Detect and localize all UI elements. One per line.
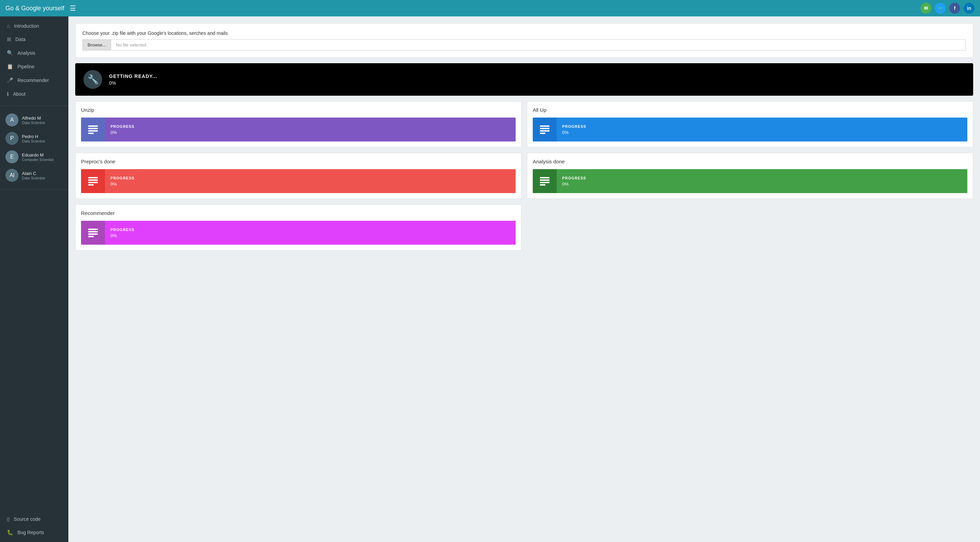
progress-value-all-up: 0% xyxy=(562,130,962,135)
svg-rect-12 xyxy=(540,177,549,178)
card-title-all-up: All Up xyxy=(533,107,967,113)
main-content: Choose your .zip file with your Google's… xyxy=(68,16,980,542)
sidebar-label-bug-reports: Bug Reports xyxy=(18,530,44,535)
svg-rect-2 xyxy=(88,130,98,132)
avatar-alfredo: A xyxy=(5,114,19,127)
progress-grid: Unzip PROGRESS 0% xyxy=(75,101,973,250)
sidebar: ⌂ Introduction ⊞ Data 🔍 Analysis 📋 Pipel… xyxy=(0,16,68,542)
svg-rect-10 xyxy=(88,182,98,183)
sidebar-user-pedro[interactable]: P Pedro H Data Scientist xyxy=(0,129,68,147)
user-name-pedro: Pedro H xyxy=(22,134,45,139)
sidebar-label-introduction: Introduction xyxy=(14,23,39,29)
mic-icon: 🎤 xyxy=(7,77,13,83)
email-icon-btn[interactable]: ✉ xyxy=(921,3,931,14)
user-role-pedro: Data Scientist xyxy=(22,139,45,143)
bug-icon: 🐛 xyxy=(7,529,13,536)
progress-value-preproc: 0% xyxy=(110,181,510,187)
info-icon: ℹ xyxy=(7,91,9,97)
sidebar-label-data: Data xyxy=(15,36,25,42)
sidebar-item-about[interactable]: ℹ About xyxy=(0,87,68,101)
progress-value-recommender: 0% xyxy=(110,233,510,238)
progress-card-preproc: Preproc's done PROGRESS 0% xyxy=(75,153,522,199)
progress-card-recommender: Recommender PROGRESS 0% xyxy=(75,204,522,250)
sidebar-divider-2 xyxy=(0,189,68,190)
progress-value-unzip: 0% xyxy=(110,130,510,135)
pipeline-icon: 📋 xyxy=(7,63,13,70)
sidebar-label-pipeline: Pipeline xyxy=(18,64,35,70)
progress-widget-unzip: PROGRESS 0% xyxy=(81,117,515,141)
twitter-icon-btn[interactable]: 🐦 xyxy=(935,3,946,14)
svg-rect-9 xyxy=(88,179,98,181)
avatar-alain: Al xyxy=(5,169,19,182)
main-layout: ⌂ Introduction ⊞ Data 🔍 Analysis 📋 Pipel… xyxy=(0,16,980,542)
svg-rect-13 xyxy=(540,179,549,181)
sidebar-item-pipeline[interactable]: 📋 Pipeline xyxy=(0,60,68,73)
progress-label-unzip: PROGRESS xyxy=(110,124,510,128)
user-name-alfredo: Alfredo M xyxy=(22,116,45,120)
file-input-row: Browse... No file selected xyxy=(83,39,966,51)
svg-rect-17 xyxy=(88,231,98,232)
file-chooser-label: Choose your .zip file with your Google's… xyxy=(83,30,966,36)
grid-icon: ⊞ xyxy=(7,36,11,42)
sidebar-divider-1 xyxy=(0,106,68,106)
sidebar-item-source-code[interactable]: {} Source code xyxy=(0,513,68,526)
sidebar-item-introduction[interactable]: ⌂ Introduction xyxy=(0,19,68,32)
sidebar-item-analysis[interactable]: 🔍 Analysis xyxy=(0,46,68,60)
getting-ready-section: 🔧 GETTING READY... 0% xyxy=(75,63,973,96)
svg-rect-8 xyxy=(88,177,98,178)
progress-card-analysis-done: Analysis done PROGRESS 0% xyxy=(527,153,973,199)
user-role-alfredo: Data Scientist xyxy=(22,120,45,125)
analysis-icon: 🔍 xyxy=(7,50,13,56)
getting-ready-title: GETTING READY... xyxy=(109,73,157,79)
avatar-pedro: P xyxy=(5,132,19,145)
svg-rect-7 xyxy=(540,133,546,134)
progress-card-all-up: All Up PROGRESS 0% xyxy=(527,101,973,147)
progress-label-all-up: PROGRESS xyxy=(562,124,962,128)
svg-rect-5 xyxy=(540,128,549,129)
sidebar-label-source-code: Source code xyxy=(14,517,41,522)
progress-info-analysis-done: PROGRESS 0% xyxy=(557,169,967,193)
svg-rect-15 xyxy=(540,184,546,185)
facebook-icon-btn[interactable]: f xyxy=(949,3,960,14)
progress-value-analysis-done: 0% xyxy=(562,181,962,187)
sidebar-bottom: {} Source code 🐛 Bug Reports xyxy=(0,510,68,542)
progress-widget-recommender: PROGRESS 0% xyxy=(81,221,515,245)
svg-rect-6 xyxy=(540,130,549,132)
sidebar-item-data[interactable]: ⊞ Data xyxy=(0,32,68,46)
svg-rect-14 xyxy=(540,182,549,183)
card-title-unzip: Unzip xyxy=(81,107,515,113)
menu-icon[interactable]: ☰ xyxy=(70,4,76,12)
no-file-text: No file selected xyxy=(111,40,966,50)
svg-rect-16 xyxy=(88,229,98,230)
user-role-alain: Data Scientist xyxy=(22,176,45,180)
progress-info-recommender: PROGRESS 0% xyxy=(105,221,515,245)
svg-rect-11 xyxy=(88,184,94,185)
svg-rect-19 xyxy=(88,236,94,237)
sidebar-item-recommender[interactable]: 🎤 Recommender xyxy=(0,73,68,87)
getting-ready-percent: 0% xyxy=(109,80,157,86)
sidebar-label-recommender: Recommender xyxy=(18,78,49,83)
progress-label-preproc: PROGRESS xyxy=(110,176,510,180)
browse-button[interactable]: Browse... xyxy=(83,40,111,50)
sidebar-label-analysis: Analysis xyxy=(18,50,35,56)
topbar: Go & Google yourself ☰ ✉ 🐦 f in xyxy=(0,0,980,16)
card-title-analysis-done: Analysis done xyxy=(533,158,967,164)
sidebar-nav: ⌂ Introduction ⊞ Data 🔍 Analysis 📋 Pipel… xyxy=(0,16,68,103)
progress-label-recommender: PROGRESS xyxy=(110,228,510,232)
progress-label-analysis-done: PROGRESS xyxy=(562,176,962,180)
sidebar-user-alfredo[interactable]: A Alfredo M Data Scientist xyxy=(0,111,68,129)
progress-widget-analysis-done: PROGRESS 0% xyxy=(533,169,967,193)
file-chooser-section: Choose your .zip file with your Google's… xyxy=(75,23,973,58)
code-icon: {} xyxy=(7,517,10,521)
svg-rect-1 xyxy=(88,128,98,129)
progress-icon-unzip xyxy=(81,117,105,141)
sidebar-user-eduardo[interactable]: E Eduardo M Computer Scientist xyxy=(0,147,68,166)
progress-icon-all-up xyxy=(533,117,557,141)
sidebar-item-bug-reports[interactable]: 🐛 Bug Reports xyxy=(0,526,68,539)
sidebar-user-alain[interactable]: Al Alain C Data Scientist xyxy=(0,166,68,185)
progress-widget-all-up: PROGRESS 0% xyxy=(533,117,967,141)
topbar-social-icons: ✉ 🐦 f in xyxy=(921,3,975,14)
progress-info-preproc: PROGRESS 0% xyxy=(105,169,515,193)
linkedin-icon-btn[interactable]: in xyxy=(964,3,975,14)
progress-card-unzip: Unzip PROGRESS 0% xyxy=(75,101,522,147)
